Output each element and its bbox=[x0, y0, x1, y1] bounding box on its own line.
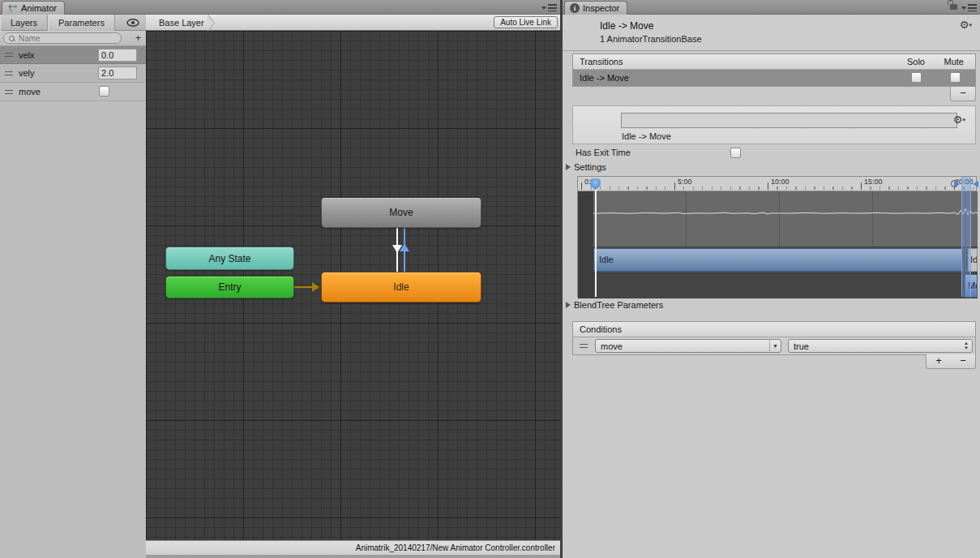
condition-parameter-dropdown[interactable]: move ▼ bbox=[595, 339, 781, 353]
animator-window: Animator Layers Parameters bbox=[0, 0, 560, 558]
sidebar-subtabs: Layers Parameters bbox=[0, 15, 146, 31]
state-label: Move bbox=[389, 207, 413, 218]
menu-lines-icon bbox=[548, 4, 557, 11]
animator-icon bbox=[7, 4, 18, 13]
parameter-value-field[interactable] bbox=[98, 49, 137, 62]
controller-status-bar: Animatrik_20140217/New Animator Controll… bbox=[146, 540, 560, 555]
condition-parameter-value: move bbox=[601, 341, 623, 351]
transition-start-marker-icon[interactable] bbox=[954, 181, 960, 187]
transition-detail-label: Idle -> Move bbox=[622, 131, 671, 141]
search-input[interactable] bbox=[17, 33, 116, 44]
inspector-tabstrip: i Inspector bbox=[563, 0, 980, 15]
unity-editor: Animator Layers Parameters bbox=[0, 0, 980, 558]
clip-label: Idle bbox=[599, 255, 614, 264]
conditions-header-label: Conditions bbox=[580, 324, 622, 334]
ruler-label: 5:00 bbox=[678, 178, 692, 186]
timeline-track-source: Idle Idle bbox=[593, 247, 978, 273]
foldout-triangle-icon bbox=[566, 302, 571, 308]
parameter-value-field[interactable] bbox=[98, 67, 137, 79]
tab-layers[interactable]: Layers bbox=[0, 15, 48, 31]
breadcrumb[interactable]: Base Layer bbox=[146, 15, 208, 31]
transition-arrow-up-icon[interactable] bbox=[400, 243, 409, 251]
playhead-line bbox=[595, 188, 597, 297]
inspector-pane-menu-icon[interactable] bbox=[961, 4, 977, 11]
parameter-search-row: + bbox=[0, 31, 146, 46]
mute-label: Mute bbox=[944, 54, 964, 69]
auto-live-link-button[interactable]: Auto Live Link bbox=[494, 16, 558, 28]
inspector-tab-label: Inspector bbox=[583, 3, 619, 13]
solo-label: Solo bbox=[907, 54, 925, 69]
transitions-header-label: Transitions bbox=[580, 57, 623, 67]
breadcrumb-chevron-icon bbox=[208, 15, 214, 31]
breadcrumb-bar: Base Layer Auto Live Link bbox=[146, 15, 560, 31]
remove-condition-button[interactable]: − bbox=[951, 354, 975, 368]
state-node-entry[interactable]: Entry bbox=[165, 276, 294, 298]
preview-curve-area[interactable] bbox=[593, 191, 978, 247]
solo-checkbox[interactable] bbox=[911, 72, 922, 83]
controller-path: Animatrik_20140217/New Animator Controll… bbox=[356, 543, 555, 552]
transition-region-band[interactable] bbox=[961, 177, 971, 297]
state-label: Idle bbox=[393, 281, 409, 293]
has-exit-time-label: Has Exit Time bbox=[576, 148, 631, 157]
inspector-window: i Inspector Idle -> Move 1 AnimatorTrans… bbox=[563, 0, 980, 558]
transitions-header: Transitions Solo Mute bbox=[573, 54, 975, 70]
parameter-row-velx[interactable]: velx bbox=[0, 45, 146, 64]
tab-parameters[interactable]: Parameters bbox=[48, 15, 115, 31]
condition-value: true bbox=[794, 341, 809, 351]
settings-foldout[interactable]: Settings bbox=[566, 162, 606, 172]
ruler-label: 15:00 bbox=[864, 178, 883, 186]
timeline-ruler[interactable]: 0:00 5:00 10:00 15:00 20:00 bbox=[578, 177, 976, 191]
search-field[interactable] bbox=[3, 32, 122, 44]
inspector-tab[interactable]: i Inspector bbox=[564, 1, 627, 15]
state-machine-canvas[interactable]: Move Any State Entry Idle bbox=[146, 31, 560, 540]
gear-icon[interactable]: ⚙ bbox=[953, 114, 965, 125]
clip-label: Idle bbox=[970, 255, 978, 264]
transition-name-field[interactable] bbox=[621, 113, 957, 128]
add-condition-button[interactable]: + bbox=[927, 354, 951, 368]
clip-idle[interactable]: Idle bbox=[593, 248, 963, 272]
enum-arrows-icon: ▲▼ bbox=[964, 341, 969, 350]
parameter-row-vely[interactable]: vely bbox=[0, 64, 146, 83]
chevron-down-icon: ▼ bbox=[769, 340, 781, 352]
transition-timeline[interactable]: 0:00 5:00 10:00 15:00 20:00 Idle bbox=[577, 176, 977, 298]
conditions-buttons: + − bbox=[926, 354, 976, 369]
transition-row-selected[interactable]: Idle -> Move bbox=[573, 70, 975, 86]
drag-handle-icon[interactable] bbox=[5, 53, 13, 57]
condition-value-dropdown[interactable]: true ▲▼ bbox=[788, 339, 973, 353]
state-node-move[interactable]: Move bbox=[321, 197, 481, 228]
remove-transition-button[interactable]: − bbox=[950, 87, 976, 101]
graph-area: Base Layer Auto Live Link Move Any State bbox=[146, 15, 560, 558]
state-node-any-state[interactable]: Any State bbox=[165, 247, 294, 270]
preview-curve bbox=[593, 191, 978, 247]
gear-icon[interactable]: ⚙ bbox=[960, 19, 972, 30]
lock-icon[interactable] bbox=[950, 4, 957, 10]
parameter-name: move bbox=[19, 87, 146, 97]
search-icon bbox=[9, 36, 15, 41]
drag-handle-icon[interactable] bbox=[5, 90, 13, 94]
inspector-header: Idle -> Move 1 AnimatorTransitionBase ⚙ bbox=[563, 15, 980, 51]
transition-title: Idle -> Move bbox=[600, 20, 653, 32]
animator-tabstrip: Animator bbox=[0, 0, 560, 15]
add-parameter-button[interactable]: + bbox=[135, 32, 141, 44]
preview-eye-icon[interactable] bbox=[126, 19, 139, 27]
eye-icon bbox=[126, 19, 139, 27]
timeline-track-destination: Move bbox=[593, 273, 978, 298]
parameter-checkbox[interactable] bbox=[99, 86, 109, 97]
blendtree-parameters-label: BlendTree Parameters bbox=[574, 300, 663, 310]
blendtree-parameters-foldout[interactable]: BlendTree Parameters bbox=[566, 300, 663, 310]
has-exit-time-checkbox[interactable] bbox=[730, 148, 741, 158]
animator-tab-label: Animator bbox=[21, 3, 57, 13]
bottom-edge bbox=[146, 555, 560, 558]
animator-pane-menu-icon[interactable] bbox=[541, 4, 557, 11]
drag-handle-icon[interactable] bbox=[5, 71, 13, 75]
drag-handle-icon[interactable] bbox=[580, 344, 588, 348]
timeline-left-gutter bbox=[578, 191, 593, 298]
animator-tab[interactable]: Animator bbox=[2, 1, 65, 15]
dropdown-arrow-icon bbox=[541, 6, 546, 10]
parameter-row-move[interactable]: move bbox=[0, 83, 146, 101]
info-icon: i bbox=[570, 3, 580, 13]
state-node-idle[interactable]: Idle bbox=[321, 272, 481, 303]
transition-end-marker-icon[interactable] bbox=[973, 181, 978, 187]
mute-checkbox[interactable] bbox=[950, 72, 961, 83]
entry-arrow-icon bbox=[312, 282, 319, 292]
